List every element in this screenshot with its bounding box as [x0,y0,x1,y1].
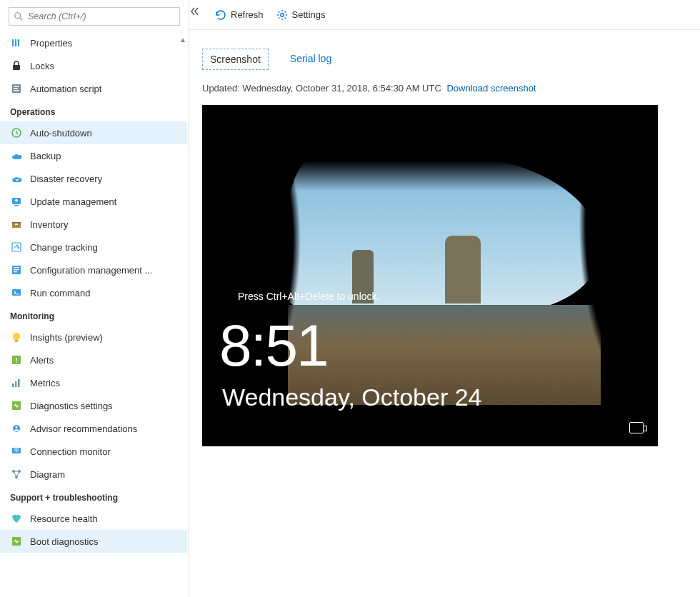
run-icon [10,286,23,299]
sidebar-item-label: Disaster recovery [30,174,102,184]
sidebar-item-label: Metrics [30,378,60,388]
collapse-sidebar-button[interactable] [187,4,201,19]
settings-button[interactable]: Settings [276,9,326,21]
sidebar-item-label: Connection monitor [30,446,111,457]
sidebar-item-automation-script[interactable]: Automation script [0,77,187,100]
clock-icon [10,126,23,139]
refresh-button[interactable]: Refresh [215,9,264,21]
svg-rect-18 [15,224,18,225]
sidebar-item-properties[interactable]: Properties [0,31,187,54]
sidebar-item-label: Run command [30,288,91,298]
search-container [0,0,189,31]
sidebar-scroll[interactable]: ▲ PropertiesLocksAutomation script Opera… [0,31,189,597]
settings-label: Settings [292,9,326,20]
svg-rect-19 [12,243,21,251]
sidebar-item-advisor[interactable]: Advisor recommendations [0,417,187,440]
tab-serial-log[interactable]: Serial log [283,49,339,70]
sidebar-item-label: Diagnostics settings [30,401,113,411]
updated-line: Updated: Wednesday, October 31, 2018, 6:… [202,83,700,94]
chevron-double-left-icon [189,6,199,16]
sidebar-item-inventory[interactable]: Inventory [0,213,187,236]
svg-rect-28 [15,381,17,387]
sidebar-item-label: Diagram [30,469,65,480]
main-panel: Refresh Settings Screenshot Serial log U… [189,0,700,597]
properties-icon [10,36,23,49]
boot-diag-icon [10,535,23,548]
sidebar-item-label: Alerts [30,355,54,366]
diag-settings-icon [10,399,23,412]
section-header-operations: Operations [0,100,187,121]
connection-icon [10,445,23,458]
metrics-icon [10,376,23,389]
config-icon [10,264,23,276]
svg-point-34 [16,450,18,452]
recovery-icon [10,172,23,185]
lock-icon [10,59,23,72]
section-header-support: Support + troubleshooting [0,486,187,507]
sidebar-item-label: Insights (preview) [30,332,103,343]
sidebar-item-connection-monitor[interactable]: Connection monitor [0,440,187,463]
sidebar-item-metrics[interactable]: Metrics [0,371,187,394]
refresh-label: Refresh [231,9,264,20]
scroll-up-caret-icon[interactable]: ▲ [179,36,187,44]
sidebar-item-auto-shutdown[interactable]: Auto-shutdown [0,121,187,144]
insights-icon [10,331,23,343]
health-icon [10,512,23,525]
sidebar-item-disaster-recovery[interactable]: Disaster recovery [0,167,187,190]
svg-point-32 [16,426,18,428]
svg-rect-23 [14,271,17,272]
sidebar-item-resource-health[interactable]: Resource health [0,507,187,530]
sidebar-item-diagram[interactable]: Diagram [0,463,187,486]
sidebar-item-configuration-management[interactable]: Configuration management ... [0,259,187,281]
sidebar-item-label: Auto-shutdown [30,128,92,139]
svg-rect-11 [14,88,18,89]
advisor-icon [10,422,23,435]
svg-rect-15 [14,205,19,206]
svg-point-39 [280,13,283,16]
download-screenshot-link[interactable]: Download screenshot [446,83,536,94]
sidebar-item-label: Inventory [30,219,68,230]
gear-icon [276,9,288,21]
sidebar-item-label: Change tracking [30,242,98,253]
update-icon [10,195,23,208]
sidebar-item-insights[interactable]: Insights (preview) [0,326,187,348]
network-icon [629,422,644,433]
svg-rect-10 [14,86,19,87]
sidebar-item-run-command[interactable]: Run command [0,281,187,304]
sidebar-item-label: Advisor recommendations [30,423,137,434]
sidebar-item-change-tracking[interactable]: Change tracking [0,236,187,259]
svg-point-5 [12,41,14,43]
alerts-icon [10,353,23,366]
svg-line-1 [20,18,23,21]
script-icon [10,82,23,95]
search-input[interactable] [24,11,175,21]
backup-icon [10,149,23,162]
svg-rect-22 [14,269,19,270]
svg-rect-29 [18,379,20,387]
section-header-monitoring: Monitoring [0,304,187,326]
svg-rect-12 [14,90,19,91]
tab-screenshot[interactable]: Screenshot [202,49,269,70]
search-box[interactable] [9,7,180,26]
sidebar-item-alerts[interactable]: Alerts [0,348,187,371]
sidebar-item-boot-diagnostics[interactable]: Boot diagnostics [0,530,187,553]
lockscreen-date: Wednesday, October 24 [222,383,482,411]
sidebar-item-label: Automation script [30,84,101,94]
boot-screenshot: Press Ctrl+Alt+Delete to unlock. 8:51 We… [202,105,658,446]
sidebar-item-backup[interactable]: Backup [0,144,187,167]
sidebar-item-update-management[interactable]: Update management [0,190,187,213]
svg-point-7 [18,40,20,42]
svg-rect-25 [15,341,18,342]
updated-timestamp: Updated: Wednesday, October 31, 2018, 6:… [202,83,441,94]
sidebar-item-diagnostics-settings[interactable]: Diagnostics settings [0,394,187,417]
toolbar: Refresh Settings [189,0,700,30]
sidebar-item-locks[interactable]: Locks [0,54,187,77]
svg-rect-17 [12,222,21,224]
search-icon [14,11,24,21]
tracking-icon [10,241,23,254]
sidebar-item-label: Configuration management ... [30,265,152,276]
inventory-icon [10,218,23,231]
sidebar-item-label: Resource health [30,513,98,524]
sidebar-item-label: Backup [30,151,61,161]
sidebar-item-label: Update management [30,196,116,207]
